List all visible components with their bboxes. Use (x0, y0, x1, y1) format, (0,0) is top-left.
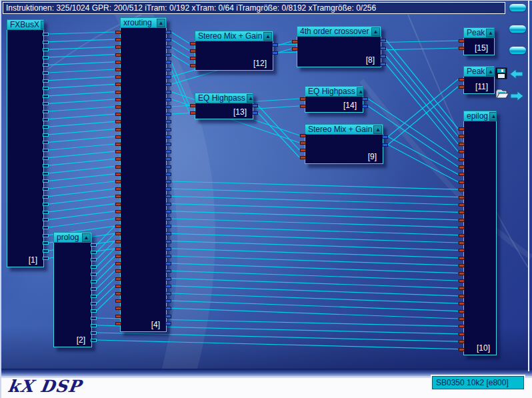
pin-right-9[interactable] (43, 102, 49, 105)
pin-right-19[interactable] (43, 179, 49, 183)
node-eq13[interactable]: EQ Highpass▲[13] (195, 93, 253, 119)
pin-right-0[interactable] (362, 97, 368, 101)
node-title[interactable]: Peak▲ (463, 66, 495, 77)
pin-left-32[interactable] (115, 269, 121, 273)
pin-left-17[interactable] (459, 257, 465, 260)
pin-right-9[interactable] (91, 309, 97, 313)
pin-right-3[interactable] (380, 63, 386, 66)
pin-left-8[interactable] (459, 188, 465, 191)
pin-right-0[interactable] (43, 33, 49, 36)
pin-left-38[interactable] (115, 315, 121, 318)
node-peak11[interactable]: Peak▲[11] (463, 66, 495, 94)
pin-right-8[interactable] (165, 91, 171, 94)
collapse-arrow-icon[interactable]: ▲ (486, 29, 495, 37)
pin-left-39[interactable] (115, 322, 121, 325)
pin-left-2[interactable] (300, 149, 306, 152)
pin-left-28[interactable] (459, 340, 465, 343)
pin-right-38[interactable] (165, 315, 171, 318)
pin-right-24[interactable] (165, 210, 171, 213)
pin-left-0[interactable] (115, 31, 121, 34)
pin-right-1[interactable] (252, 111, 258, 115)
pin-right-11[interactable] (43, 118, 49, 121)
pin-right-1[interactable] (380, 47, 386, 50)
pin-right-18[interactable] (165, 165, 171, 169)
node-title[interactable]: EQ Highpass▲ (195, 93, 253, 103)
pin-right-3[interactable] (43, 56, 49, 59)
pin-left-2[interactable] (459, 143, 465, 146)
collapse-arrow-icon[interactable]: ▲ (82, 233, 91, 242)
pin-left-1[interactable] (300, 105, 306, 108)
node-title[interactable]: Peak▲ (463, 27, 495, 38)
minimized-module-pill-1[interactable] (509, 4, 526, 11)
pin-right-26[interactable] (165, 225, 171, 228)
pin-left-5[interactable] (115, 68, 121, 71)
node-title[interactable]: Stereo Mix + Gain▲ (305, 124, 383, 135)
pin-left-28[interactable] (115, 240, 121, 243)
pin-left-20[interactable] (459, 279, 465, 283)
pin-right-8[interactable] (91, 302, 97, 305)
node-title[interactable]: prolog▲ (53, 232, 92, 243)
pin-right-6[interactable] (165, 75, 171, 79)
pin-left-2[interactable] (190, 57, 196, 60)
pin-right-23[interactable] (165, 203, 171, 206)
pin-right-12[interactable] (43, 125, 49, 129)
pin-right-25[interactable] (43, 226, 49, 229)
pin-left-29[interactable] (459, 348, 465, 351)
pin-right-2[interactable] (43, 48, 49, 51)
pin-left-36[interactable] (115, 299, 121, 303)
pin-left-1[interactable] (459, 47, 465, 50)
pin-right-5[interactable] (165, 68, 171, 71)
pin-right-4[interactable] (91, 273, 97, 276)
pin-right-3[interactable] (165, 53, 171, 57)
pin-right-2[interactable] (91, 258, 97, 261)
pin-left-0[interactable] (300, 134, 306, 137)
pin-right-1[interactable] (362, 105, 368, 108)
pin-right-16[interactable] (165, 150, 171, 153)
pin-right-35[interactable] (165, 292, 171, 295)
pin-left-12[interactable] (459, 219, 465, 222)
pin-left-15[interactable] (459, 241, 465, 245)
pin-left-18[interactable] (459, 264, 465, 267)
device-badge[interactable]: SB0350 10k2 [e800] (432, 376, 524, 389)
pin-right-0[interactable] (165, 31, 171, 34)
pin-right-0[interactable] (252, 104, 258, 107)
pin-left-1[interactable] (190, 49, 196, 53)
minimized-module-pill-2[interactable] (509, 25, 526, 33)
node-title[interactable]: EQ Highpass▲ (305, 86, 363, 97)
pin-left-4[interactable] (459, 158, 465, 161)
pin-left-37[interactable] (115, 307, 121, 310)
pin-left-1[interactable] (190, 111, 196, 115)
node-prolog[interactable]: prolog▲[2] (53, 232, 92, 347)
collapse-arrow-icon[interactable]: ▲ (263, 32, 272, 41)
node-title[interactable]: Stereo Mix + Gain▲ (195, 31, 273, 41)
pin-right-22[interactable] (43, 203, 49, 206)
pin-left-1[interactable] (115, 38, 121, 41)
pin-left-6[interactable] (459, 173, 465, 176)
pin-left-3[interactable] (459, 150, 465, 153)
pin-right-0[interactable] (272, 43, 278, 47)
pin-right-37[interactable] (165, 307, 171, 310)
pin-right-27[interactable] (165, 232, 171, 235)
pin-left-24[interactable] (459, 310, 465, 313)
pin-right-13[interactable] (91, 339, 97, 342)
pin-right-6[interactable] (91, 287, 97, 291)
pin-right-28[interactable] (43, 249, 49, 253)
pin-right-20[interactable] (43, 187, 49, 191)
pin-left-34[interactable] (115, 285, 121, 288)
pin-right-1[interactable] (91, 251, 97, 254)
pin-left-15[interactable] (115, 143, 121, 146)
pin-left-0[interactable] (459, 39, 465, 43)
collapse-arrow-icon[interactable]: ▲ (486, 67, 495, 76)
node-xrouting[interactable]: xrouting▲[4] (120, 17, 167, 332)
pin-right-27[interactable] (43, 241, 49, 245)
pin-left-14[interactable] (115, 135, 121, 139)
pin-right-12[interactable] (91, 331, 97, 335)
pin-left-0[interactable] (459, 127, 465, 131)
pin-right-36[interactable] (165, 299, 171, 303)
node-title[interactable]: epilog▲ (463, 111, 497, 121)
pin-right-10[interactable] (165, 105, 171, 109)
node-mix9[interactable]: Stereo Mix + Gain▲[9] (305, 124, 383, 164)
pin-right-39[interactable] (165, 322, 171, 325)
pin-right-10[interactable] (91, 317, 97, 320)
pin-right-29[interactable] (165, 247, 171, 251)
